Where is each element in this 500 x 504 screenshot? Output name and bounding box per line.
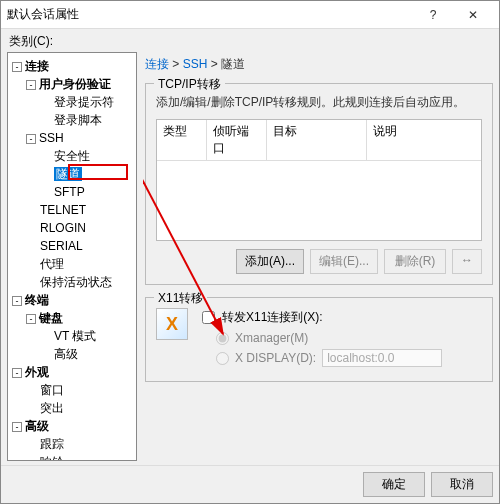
tree-ssh[interactable]: SSH xyxy=(39,131,64,145)
tree-bell[interactable]: 响铃 xyxy=(40,455,64,461)
add-button[interactable]: 添加(A)... xyxy=(236,249,304,274)
tree-security[interactable]: 安全性 xyxy=(54,149,90,163)
x11-title: X11转移 xyxy=(154,290,207,307)
ok-button[interactable]: 确定 xyxy=(363,472,425,497)
crumb-tunnel: 隧道 xyxy=(221,57,245,71)
tree-telnet[interactable]: TELNET xyxy=(40,203,86,217)
tree-terminal[interactable]: 终端 xyxy=(25,293,49,307)
tree-appearance[interactable]: 外观 xyxy=(25,365,49,379)
x11-group: X11转移 X 转发X11连接到(X): Xmanager(M) xyxy=(145,297,493,382)
forward-x11-input[interactable] xyxy=(202,311,215,324)
dialog-window: 默认会话属性 ? ✕ 类别(C): -连接 -用户身份验证 登录提示符 登录脚本 xyxy=(0,0,500,504)
delete-button: 删除(R) xyxy=(384,249,446,274)
main-row: -连接 -用户身份验证 登录提示符 登录脚本 -SSH 安全性 xyxy=(7,52,495,461)
tree-adv[interactable]: 高级 xyxy=(25,419,49,433)
tree-adv1[interactable]: 高级 xyxy=(54,347,78,361)
right-pane: 连接 > SSH > 隧道 TCP/IP转移 添加/编辑/删除TCP/IP转移规… xyxy=(143,52,495,461)
expand-icon[interactable]: - xyxy=(12,62,22,72)
tree-sftp[interactable]: SFTP xyxy=(54,185,85,199)
tree-window[interactable]: 窗口 xyxy=(40,383,64,397)
dialog-footer: 确定 取消 xyxy=(1,465,499,503)
tree-keepalive[interactable]: 保持活动状态 xyxy=(40,275,112,289)
tree-trace[interactable]: 跟踪 xyxy=(40,437,64,451)
rule-list-header: 类型 侦听端口 目标 说明 xyxy=(156,119,482,161)
tree-login-prompt[interactable]: 登录提示符 xyxy=(54,95,114,109)
help-button[interactable]: ? xyxy=(413,1,453,29)
tree-proxy[interactable]: 代理 xyxy=(40,257,64,271)
tcpip-hint: 添加/编辑/删除TCP/IP转移规则。此规则连接后自动应用。 xyxy=(156,94,482,111)
xdisplay-radio xyxy=(216,352,229,365)
tree-serial[interactable]: SERIAL xyxy=(40,239,83,253)
col-listen[interactable]: 侦听端口 xyxy=(207,120,267,161)
tree-highlight[interactable]: 突出 xyxy=(40,401,64,415)
forward-x11-label: 转发X11连接到(X): xyxy=(222,309,323,326)
close-button[interactable]: ✕ xyxy=(453,1,493,29)
expand-icon[interactable]: - xyxy=(26,134,36,144)
more-button: ↔ xyxy=(452,249,482,274)
tree-rlogin[interactable]: RLOGIN xyxy=(40,221,86,235)
category-label: 类别(C): xyxy=(7,29,495,52)
tcpip-title: TCP/IP转移 xyxy=(154,76,225,93)
xdisplay-label: X DISPLAY(D): xyxy=(235,351,316,365)
tcpip-buttons: 添加(A)... 编辑(E)... 删除(R) ↔ xyxy=(156,249,482,274)
expand-icon[interactable]: - xyxy=(26,314,36,324)
col-target[interactable]: 目标 xyxy=(267,120,367,161)
tcpip-group: TCP/IP转移 添加/编辑/删除TCP/IP转移规则。此规则连接后自动应用。 … xyxy=(145,83,493,285)
tree-tunnel[interactable]: 隧道 xyxy=(54,167,82,181)
tree-login-script[interactable]: 登录脚本 xyxy=(54,113,102,127)
col-type[interactable]: 类型 xyxy=(157,120,207,161)
breadcrumb: 连接 > SSH > 隧道 xyxy=(143,52,495,77)
tree-vt[interactable]: VT 模式 xyxy=(54,329,96,343)
xmanager-icon: X xyxy=(156,308,188,340)
tree-keyboard[interactable]: 键盘 xyxy=(39,311,63,325)
col-desc[interactable]: 说明 xyxy=(367,120,481,161)
cancel-button[interactable]: 取消 xyxy=(431,472,493,497)
x11-options: 转发X11连接到(X): Xmanager(M) X DISPLAY(D): xyxy=(198,308,482,371)
rule-list[interactable] xyxy=(156,161,482,241)
forward-x11-checkbox[interactable]: 转发X11连接到(X): xyxy=(198,308,482,327)
tree-conn[interactable]: 连接 xyxy=(25,59,49,73)
crumb-ssh[interactable]: SSH xyxy=(183,57,208,71)
edit-button: 编辑(E)... xyxy=(310,249,378,274)
xdisplay-input xyxy=(322,349,442,367)
crumb-conn[interactable]: 连接 xyxy=(145,57,169,71)
xmanager-label: Xmanager(M) xyxy=(235,331,308,345)
window-title: 默认会话属性 xyxy=(7,6,413,23)
xmanager-radio xyxy=(216,332,229,345)
expand-icon[interactable]: - xyxy=(12,296,22,306)
titlebar: 默认会话属性 ? ✕ xyxy=(1,1,499,29)
expand-icon[interactable]: - xyxy=(12,422,22,432)
expand-icon[interactable]: - xyxy=(26,80,36,90)
tree-auth[interactable]: 用户身份验证 xyxy=(39,77,111,91)
window-buttons: ? ✕ xyxy=(413,1,493,29)
content-area: 类别(C): -连接 -用户身份验证 登录提示符 登录脚本 -SSH xyxy=(1,29,499,465)
expand-icon[interactable]: - xyxy=(12,368,22,378)
category-tree[interactable]: -连接 -用户身份验证 登录提示符 登录脚本 -SSH 安全性 xyxy=(7,52,137,461)
